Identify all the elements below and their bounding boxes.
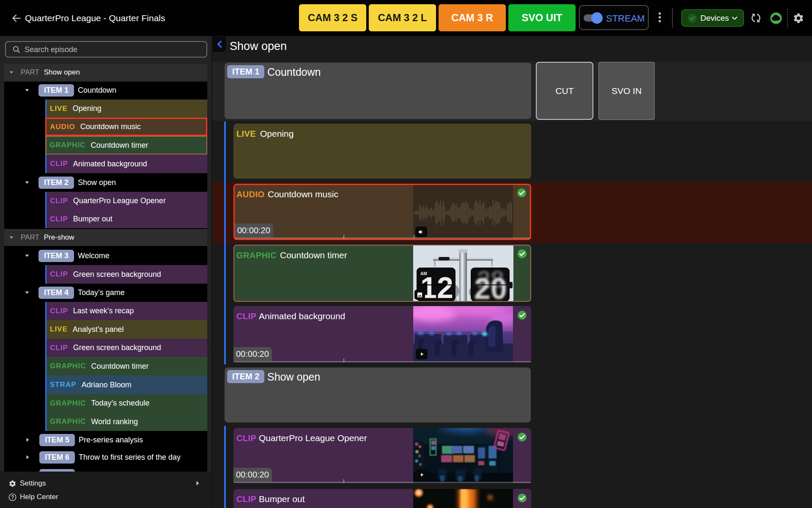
svg-text:20: 20 — [474, 272, 507, 301]
svg-text:12: 12 — [420, 271, 453, 301]
